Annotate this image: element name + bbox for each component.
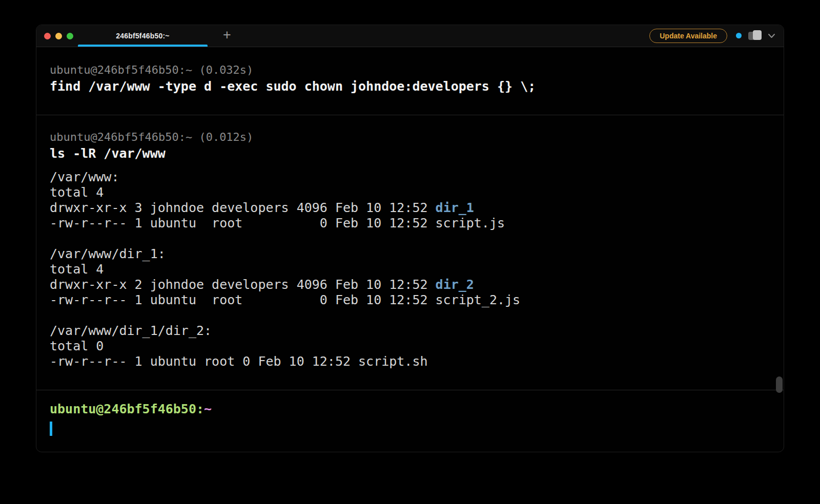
output-line: total 4 [50,185,770,200]
new-tab-button[interactable]: + [220,28,234,44]
terminal-window: 246bf5f46b50:~ + Update Available ubuntu… [36,25,784,452]
notification-dot-icon [736,33,742,38]
output-line: -rw-r--r-- 1 ubuntu root 0 Feb 10 12:52 … [50,292,770,308]
command-block-ls: ubuntu@246bf5f46b50:~ (0.012s) ls -lR /v… [50,115,770,390]
update-available-button[interactable]: Update Available [649,29,727,44]
pane-front-shape [753,30,762,40]
output-line: /var/www: [50,170,770,185]
command-text: find /var/www -type d -exec sudo chown j… [50,78,770,95]
output-line: /var/www/dir_1: [50,246,770,262]
prompt-context-line: ubuntu@246bf5f46b50:~ (0.012s) [50,130,770,145]
command-block-find: ubuntu@246bf5f46b50:~ (0.032s) find /var… [50,47,770,115]
output-line: drwxr-xr-x 2 johndoe developers 4096 Feb… [50,277,770,292]
output-line [50,231,770,246]
minimize-button[interactable] [55,33,62,39]
window-panes-icon[interactable] [748,30,762,41]
active-prompt-block: ubuntu@246bf5f46b50:~ [50,390,770,437]
scrollbar-thumb[interactable] [776,376,783,393]
output-line: -rw-r--r-- 1 ubuntu root 0 Feb 10 12:52 … [50,354,770,369]
text-cursor [50,422,52,436]
zoom-button[interactable] [67,33,73,39]
active-tab-indicator [78,45,208,47]
prompt-context-line: ubuntu@246bf5f46b50:~ (0.032s) [50,62,770,78]
tabbar-right-cluster: Update Available [649,29,775,44]
output-line: total 0 [50,339,770,354]
close-button[interactable] [44,33,51,39]
chevron-down-icon[interactable] [768,33,775,38]
prompt-cwd: ~ [204,402,212,416]
shell-prompt: ubuntu@246bf5f46b50:~ [50,402,770,417]
desktop-background: 246bf5f46b50:~ + Update Available ubuntu… [0,0,820,504]
terminal-content: ubuntu@246bf5f46b50:~ (0.032s) find /var… [36,47,784,437]
output-line: total 4 [50,262,770,277]
command-text: ls -lR /var/www [50,145,770,162]
command-output: /var/www:total 4drwxr-xr-x 3 johndoe dev… [50,170,770,369]
tab-title: 246bf5f46b50:~ [116,32,169,40]
input-line[interactable] [50,422,770,437]
output-line: /var/www/dir_1/dir_2: [50,323,770,339]
output-line [50,308,770,323]
prompt-user-host: ubuntu@246bf5f46b50: [50,402,204,416]
tab-bar: 246bf5f46b50:~ + Update Available [36,25,784,47]
output-line: -rw-r--r-- 1 ubuntu root 0 Feb 10 12:52 … [50,216,770,231]
window-controls [44,33,73,39]
tab-active[interactable]: 246bf5f46b50:~ [78,25,208,47]
output-line: drwxr-xr-x 3 johndoe developers 4096 Feb… [50,200,770,216]
